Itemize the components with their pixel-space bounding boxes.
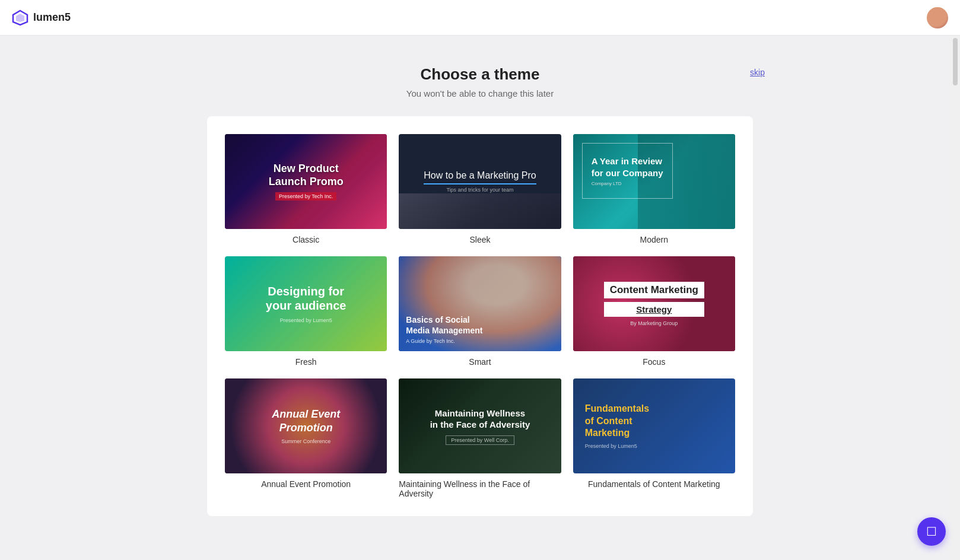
sleek-subtitle: Tips and tricks for your team <box>424 187 536 193</box>
theme-item-focus[interactable]: Content Marketing Strategy By Marketing … <box>573 256 735 367</box>
wellness-text: Maintaining Wellnessin the Face of Adver… <box>421 408 539 445</box>
wellness-subtitle: Presented by Well Corp. <box>446 435 514 445</box>
smart-subtitle: A Guide by Tech Inc. <box>406 338 482 344</box>
modern-label: Modern <box>640 235 668 244</box>
wellness-label: Maintaining Wellness in the Face of Adve… <box>399 479 561 498</box>
fresh-text: Designing foryour audience Presented by … <box>254 284 358 323</box>
sleek-title: How to be a Marketing Pro <box>424 170 536 184</box>
sleek-top: How to be a Marketing Pro Tips and trick… <box>412 170 548 193</box>
theme-item-fundamentals[interactable]: Fundamentalsof ContentMarketing Presente… <box>573 378 735 498</box>
theme-item-fresh[interactable]: Designing foryour audience Presented by … <box>225 256 387 367</box>
annual-title: Annual EventPromotion <box>272 408 340 435</box>
sleek-bottom <box>399 193 561 229</box>
theme-card-annual: Annual EventPromotion Summer Conference <box>225 378 387 473</box>
focus-label: Focus <box>643 357 665 367</box>
annual-subtitle: Summer Conference <box>272 438 340 444</box>
smart-text: Basics of SocialMedia Management A Guide… <box>399 307 489 351</box>
wellness-title: Maintaining Wellnessin the Face of Adver… <box>430 408 530 431</box>
focus-title1: Content Marketing <box>604 282 704 298</box>
avatar-image <box>927 7 948 28</box>
modern-subtitle: Company LTD <box>592 181 663 186</box>
fresh-subtitle: Presented by Lumen5 <box>266 317 347 323</box>
page-subtitle: You won't be able to change this later <box>195 88 765 98</box>
themes-container: New ProductLaunch Promo Presented by Tec… <box>207 116 753 516</box>
annual-text: Annual EventPromotion Summer Conference <box>272 408 340 445</box>
modern-text: A Year in Reviewfor our Company Company … <box>582 143 673 199</box>
theme-card-classic: New ProductLaunch Promo Presented by Tec… <box>225 134 387 229</box>
skip-link[interactable]: skip <box>750 68 765 77</box>
fundamentals-subtitle: Presented by Lumen5 <box>585 443 649 449</box>
theme-card-smart: Basics of SocialMedia Management A Guide… <box>399 256 561 351</box>
theme-card-sleek: How to be a Marketing Pro Tips and trick… <box>399 134 561 229</box>
theme-card-focus: Content Marketing Strategy By Marketing … <box>573 256 735 351</box>
avatar[interactable] <box>927 7 948 28</box>
fundamentals-title: Fundamentalsof ContentMarketing <box>585 403 649 440</box>
scrollbar[interactable] <box>951 36 960 560</box>
logo-text: lumen5 <box>33 11 71 24</box>
focus-title2: Strategy <box>604 302 704 317</box>
fresh-label: Fresh <box>295 357 317 367</box>
smart-label: Smart <box>469 357 491 367</box>
theme-item-smart[interactable]: Basics of SocialMedia Management A Guide… <box>399 256 561 367</box>
classic-subtitle: Presented by Tech Inc. <box>275 192 336 201</box>
page-title: Choose a theme <box>195 65 765 84</box>
sleek-bottom-image <box>399 193 561 229</box>
theme-item-annual[interactable]: Annual EventPromotion Summer Conference … <box>225 378 387 498</box>
themes-grid: New ProductLaunch Promo Presented by Tec… <box>225 134 735 498</box>
theme-item-wellness[interactable]: Maintaining Wellnessin the Face of Adver… <box>399 378 561 498</box>
fresh-title: Designing foryour audience <box>266 284 347 313</box>
theme-card-modern: A Year in Reviewfor our Company Company … <box>573 134 735 229</box>
fundamentals-text: Fundamentalsof ContentMarketing Presente… <box>573 391 661 461</box>
header: lumen5 <box>0 0 960 36</box>
theme-card-wellness: Maintaining Wellnessin the Face of Adver… <box>399 378 561 473</box>
logo-icon <box>12 9 28 26</box>
logo[interactable]: lumen5 <box>12 9 71 26</box>
annual-label: Annual Event Promotion <box>261 479 351 489</box>
fundamentals-label: Fundamentals of Content Marketing <box>588 479 720 489</box>
theme-card-fundamentals: Fundamentalsof ContentMarketing Presente… <box>573 378 735 473</box>
page-header: Choose a theme You won't be able to chan… <box>195 65 765 98</box>
smart-title: Basics of SocialMedia Management <box>406 314 482 336</box>
sleek-label: Sleek <box>469 235 490 244</box>
chat-button[interactable]: ☐ <box>917 517 946 546</box>
focus-text: Content Marketing Strategy By Marketing … <box>604 282 704 326</box>
main-content: Choose a theme You won't be able to chan… <box>0 36 960 540</box>
classic-title: New ProductLaunch Promo <box>269 163 344 188</box>
modern-title: A Year in Reviewfor our Company <box>592 155 663 179</box>
chat-icon: ☐ <box>926 524 937 539</box>
classic-label: Classic <box>293 235 319 244</box>
svg-marker-1 <box>16 14 24 22</box>
theme-item-modern[interactable]: A Year in Reviewfor our Company Company … <box>573 134 735 244</box>
theme-item-sleek[interactable]: How to be a Marketing Pro Tips and trick… <box>399 134 561 244</box>
classic-text: New ProductLaunch Promo Presented by Tec… <box>269 163 344 200</box>
theme-card-fresh: Designing foryour audience Presented by … <box>225 256 387 351</box>
focus-subtitle: By Marketing Group <box>604 320 704 326</box>
scroll-thumb[interactable] <box>953 38 958 85</box>
theme-item-classic[interactable]: New ProductLaunch Promo Presented by Tec… <box>225 134 387 244</box>
